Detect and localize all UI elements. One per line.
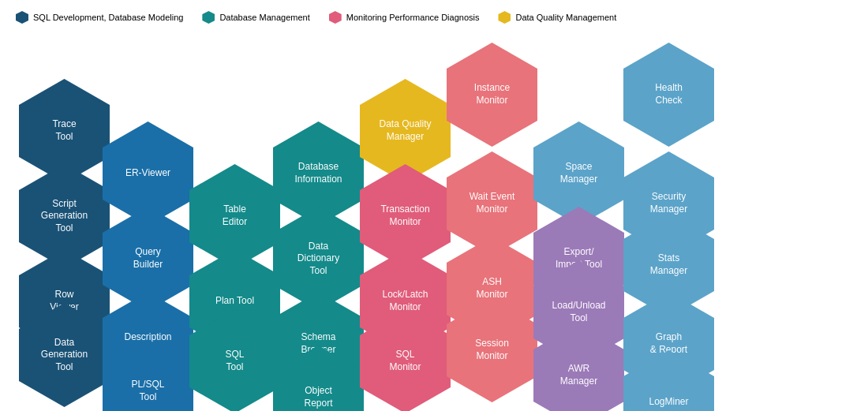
hex-health-check[interactable]: HealthCheck (623, 43, 714, 147)
hex-instance-monitor[interactable]: InstanceMonitor (447, 43, 537, 147)
hex-grid: TraceTool ScriptGenerationTool RowViewer… (0, 0, 868, 411)
